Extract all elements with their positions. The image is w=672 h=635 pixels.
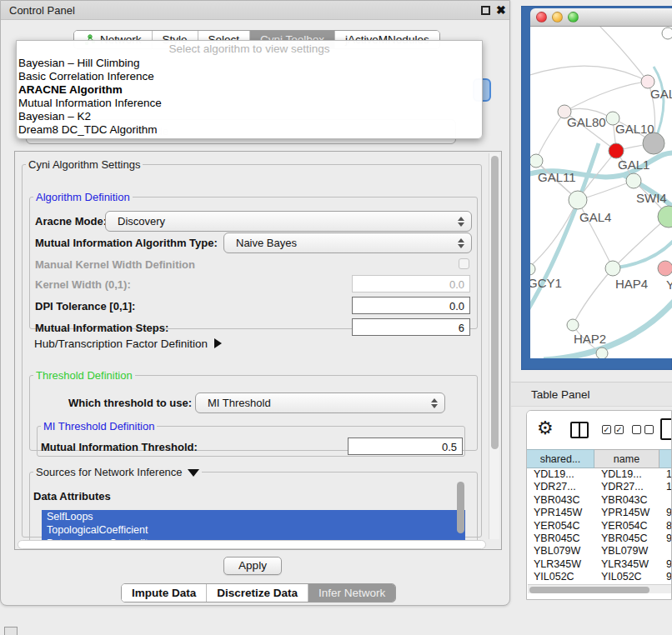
network-node-gal11[interactable] (530, 154, 543, 168)
dpi-tolerance-label: DPI Tolerance [0,1]: (35, 300, 135, 312)
network-node-gal1[interactable] (609, 143, 624, 158)
column-header[interactable]: shared... (527, 449, 594, 468)
algorithm-option[interactable]: ARACNE Algorithm (17, 82, 482, 96)
algorithm-option[interactable]: Mutual Information Inference (17, 96, 482, 109)
node-label: GCY1 (530, 276, 562, 290)
network-node-swi4[interactable] (626, 173, 641, 188)
aracne-mode-value: Discovery (118, 215, 165, 228)
mi-steps-label: Mutual Information Steps: (35, 322, 168, 334)
algorithm-option[interactable]: Bayesian – K2 (17, 109, 482, 122)
manual-kernel-width-checkbox[interactable] (459, 258, 469, 269)
attribute-list-scrollbar[interactable] (457, 482, 464, 533)
algorithm-definition-group: Algorithm Definition Aracne Mode: Discov… (29, 191, 478, 329)
table-panel-title: Table Panel (531, 388, 590, 401)
dpi-tolerance-field[interactable] (352, 297, 470, 314)
tab-infer-network[interactable]: Infer Network (308, 584, 395, 602)
network-canvas[interactable]: GALGAL80GAL10GAL1SWI4GAL11GAL4GCY1HAP4YH… (530, 27, 672, 358)
unchecked-pair-icon[interactable] (632, 425, 657, 435)
mi-threshold-field[interactable] (348, 438, 463, 455)
mi-threshold-label: Mutual Information Threshold: (41, 441, 198, 453)
node-label: GAL11 (538, 170, 576, 184)
network-node-hap4[interactable] (605, 261, 620, 276)
aracne-mode-label: Aracne Mode: (35, 215, 107, 228)
table-row[interactable]: YDL19...YDL19...13 (527, 468, 672, 481)
network-node[interactable] (662, 28, 672, 39)
threshold-definition-group: Threshold Definition Which threshold to … (29, 369, 478, 451)
hub-definition-expander[interactable]: Hub/Transcription Factor Definition (34, 338, 222, 350)
attribute-item[interactable]: SelfLoops (42, 510, 465, 523)
data-attributes-label: Data Attributes (33, 490, 111, 502)
which-threshold-value: MI Threshold (208, 397, 271, 409)
algorithm-dropdown-popup: Select algorithm to view settings Bayesi… (16, 40, 483, 139)
bottom-tab-bar: Impute DataDiscretize DataInfer Network (121, 583, 396, 602)
aracne-mode-combobox[interactable]: Discovery (105, 211, 472, 232)
table-cell: 9. (659, 507, 672, 519)
node-label: GAL1 (618, 158, 649, 172)
table-row[interactable]: YBR045CYBR045C9. (527, 532, 672, 545)
table-horizontal-scrollbar[interactable] (528, 584, 671, 593)
scrollbar-thumb[interactable] (529, 587, 649, 593)
control-panel-titlebar: Control Panel ✖ (1, 1, 509, 20)
table-cell: 9. (659, 558, 672, 571)
combo-arrows-icon (431, 397, 439, 410)
network-window-titlebar[interactable] (530, 8, 672, 27)
network-node-gal4[interactable] (569, 191, 587, 209)
apply-button[interactable]: Apply (223, 557, 282, 575)
columns-icon[interactable] (570, 422, 589, 438)
column-header[interactable] (659, 449, 672, 468)
network-view-window: GALGAL80GAL10GAL1SWI4GAL11GAL4GCY1HAP4YH… (521, 6, 672, 370)
close-window-icon[interactable]: ✖ (496, 3, 506, 17)
attribute-item[interactable]: TopologicalCoefficient (42, 523, 465, 537)
node-label: HAP4 (615, 277, 648, 291)
table-row[interactable]: YBR043CYBR043C (527, 494, 672, 507)
mi-threshold-definition-group: MI Threshold Definition Mutual Informati… (37, 420, 465, 457)
restore-window-icon[interactable] (481, 6, 490, 15)
table-cell: YIL052C (527, 571, 594, 583)
table-cell: 8. (659, 520, 672, 532)
sources-title-text: Sources for Network Inference (36, 466, 183, 478)
close-traffic-light-icon[interactable] (536, 12, 547, 22)
algorithm-option[interactable]: Dream8 DC_TDC Algorithm (17, 122, 482, 136)
scrollbar-thumb[interactable] (491, 156, 499, 449)
which-threshold-combobox[interactable]: MI Threshold (195, 392, 445, 413)
mi-steps-field[interactable] (352, 318, 470, 336)
algorithm-option[interactable]: Basic Correlation Inference (17, 69, 482, 82)
gear-icon[interactable]: ⚙ (537, 418, 554, 439)
tab-label: Impute Data (132, 587, 196, 599)
mi-algorithm-type-value: Naive Bayes (236, 237, 297, 249)
mi-algorithm-type-label: Mutual Information Algorithm Type: (35, 237, 218, 249)
network-node[interactable] (596, 348, 608, 358)
checked-pair-icon[interactable]: ✓✓ (602, 425, 627, 435)
table-row[interactable]: YER054CYER054C8. (527, 520, 672, 532)
node-label: Y (666, 278, 672, 292)
network-node-labels: GALGAL80GAL10GAL1SWI4GAL11GAL4GCY1HAP4YH… (530, 87, 672, 346)
table-cell: YDR27... (527, 481, 594, 493)
table-row[interactable]: YBL079WYBL079W (527, 545, 672, 558)
table-cell: YDL19... (527, 468, 594, 481)
node-label: GAL80 (567, 115, 606, 129)
network-node-hap2[interactable] (567, 319, 579, 331)
zoom-traffic-light-icon[interactable] (568, 12, 579, 22)
mi-algorithm-type-combobox[interactable]: Naive Bayes (223, 232, 472, 253)
network-node-y[interactable] (658, 261, 672, 276)
tab-impute-data[interactable]: Impute Data (122, 584, 207, 602)
table-row[interactable]: YLR345WYLR345W9. (527, 558, 672, 571)
kernel-width-field[interactable] (352, 275, 470, 292)
settings-vertical-scrollbar[interactable] (489, 153, 499, 539)
table-cell (659, 494, 672, 507)
table-row[interactable]: YDR27...YDR27...12 (527, 481, 672, 493)
tab-discretize-data[interactable]: Discretize Data (207, 584, 308, 602)
node-label: GAL (650, 87, 672, 101)
minimize-traffic-light-icon[interactable] (552, 12, 563, 22)
document-icon[interactable] (660, 418, 672, 440)
algorithm-dropdown-prompt: Select algorithm to view settings (17, 41, 482, 56)
cyni-settings-group-title: Cyni Algorithm Settings (26, 158, 143, 171)
settings-horizontal-scrollbar[interactable] (18, 540, 486, 549)
manual-kernel-width-label: Manual Kernel Width Definition (35, 258, 195, 271)
algorithm-option[interactable]: Bayesian – Hill Climbing (17, 56, 482, 69)
sources-group-title[interactable]: Sources for Network Inference (33, 466, 202, 478)
column-header[interactable]: name (594, 449, 659, 468)
table-row[interactable]: YIL052CYIL052C9 (527, 571, 672, 583)
table-row[interactable]: YPR145WYPR145W9. (527, 507, 672, 519)
network-node-gcy1[interactable] (530, 263, 535, 275)
